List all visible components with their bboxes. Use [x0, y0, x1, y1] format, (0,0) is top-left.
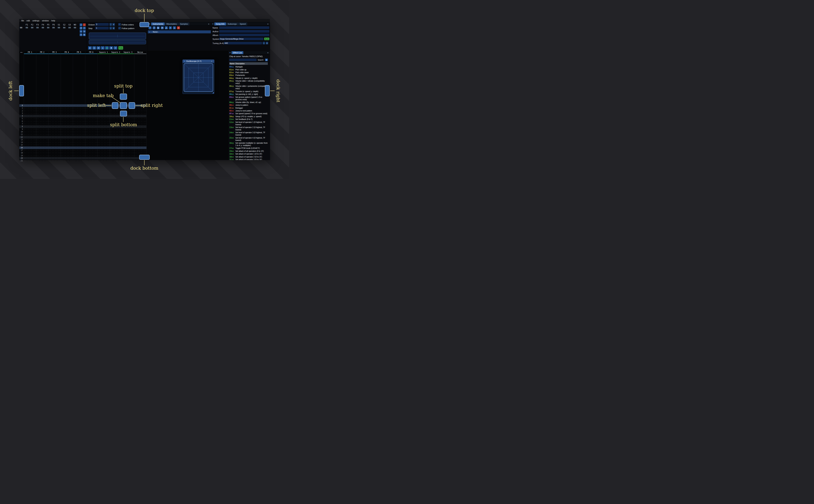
pattern-cell[interactable]: ··· ·· ·· ··· — [36, 104, 48, 107]
pattern-cell[interactable]: ··· ·· ·· ··· — [85, 123, 97, 125]
menu-item-settings[interactable]: settings — [31, 20, 41, 22]
make-tab-button[interactable] — [120, 102, 127, 109]
pattern-cell[interactable]: ··· ·· ·· ··· — [61, 154, 73, 157]
pattern-cell[interactable]: ··· ·· ·· ··· — [48, 152, 61, 154]
collapse-arrow-icon[interactable]: ▼ — [229, 52, 231, 54]
order-change-mode-button[interactable] — [80, 33, 82, 36]
tuning-input[interactable]: 440 — [224, 42, 262, 44]
tab-samples[interactable]: Samples — [178, 22, 189, 25]
effect-list-menu-button[interactable] — [265, 59, 268, 61]
pattern-cell[interactable]: ··· ·· ·· ··· — [61, 128, 73, 131]
pattern-cell[interactable]: ··· ·· ·· ··· — [36, 128, 48, 131]
pattern-cell[interactable]: ··· ·· ·· ··· — [122, 133, 134, 136]
pattern-cell[interactable]: ··· ·· ·· ··· — [85, 115, 97, 117]
octave-input[interactable]: 3 — [95, 23, 109, 26]
pattern-cell[interactable]: ··· ·· ·· ··· — [97, 123, 110, 125]
pattern-cell[interactable]: ··· ·· ·· ··· — [85, 160, 97, 162]
pattern-cell[interactable]: ··· ·· ·· ··· — [73, 160, 85, 162]
pattern-cell[interactable]: ··· ·· ·· ··· — [48, 131, 61, 133]
pattern-cell[interactable]: ··· ·· ·· ··· — [110, 154, 122, 157]
pattern-cell[interactable]: ··· ·· ·· ··· — [110, 117, 122, 120]
duplicate-order-button[interactable] — [80, 27, 82, 29]
pattern-cell[interactable]: ··· ·· ·· ··· — [61, 131, 73, 133]
channel-header-square-2[interactable]: Square 2 — [110, 51, 122, 54]
move-order-up-button[interactable] — [83, 27, 86, 29]
pattern-cell[interactable]: ··· ·· ·· ··· — [36, 125, 48, 128]
pattern-cell[interactable]: ··· ·· ·· ··· — [85, 128, 97, 131]
pattern-cell[interactable]: ··· ·· ·· ··· — [48, 141, 61, 144]
pattern-cell[interactable]: ··· ·· ·· ··· — [48, 139, 61, 141]
pattern-cell[interactable]: ··· ·· ·· ··· — [122, 152, 134, 154]
pattern-cell[interactable]: ··· ·· ·· ··· — [73, 149, 85, 152]
pattern-cell[interactable]: ··· ·· ·· ··· — [48, 146, 61, 149]
pattern-cell[interactable]: ··· ·· ·· ··· — [73, 152, 85, 154]
pattern-cell[interactable]: ··· ·· ·· ··· — [61, 157, 73, 160]
play-button[interactable] — [88, 46, 92, 50]
pattern-cell[interactable]: ··· ·· ·· ··· — [85, 112, 97, 115]
pattern-cell[interactable]: ··· ·· ·· ··· — [85, 141, 97, 144]
pattern-cell[interactable]: ··· ·· ·· ··· — [48, 110, 61, 112]
pattern-cell[interactable]: ··· ·· ·· ··· — [61, 141, 73, 144]
pattern-cell[interactable]: ··· ·· ·· ··· — [85, 117, 97, 120]
pattern-cell[interactable]: ··· ·· ·· ··· — [61, 104, 73, 107]
remove-order-button[interactable]: − — [83, 23, 86, 26]
split-top-button[interactable] — [120, 94, 127, 100]
pattern-cell[interactable]: ··· ·· ·· ··· — [48, 107, 61, 109]
pattern-cell[interactable]: ··· ·· ·· ··· — [110, 128, 122, 131]
pattern-cell[interactable]: ··· ·· ·· ··· — [36, 149, 48, 152]
collapse-arrow-icon[interactable]: ▼ — [184, 60, 185, 62]
pattern-cell[interactable]: ··· ·· ·· ··· — [61, 149, 73, 152]
pattern-cell[interactable]: ··· ·· ·· ··· — [85, 149, 97, 152]
pattern-cell[interactable]: ··· ·· ·· ··· — [134, 112, 146, 115]
pattern-cell[interactable]: ··· ·· ·· ··· — [24, 110, 36, 112]
pattern-cell[interactable]: ··· ·· ·· ··· — [97, 157, 110, 160]
pattern-cell[interactable]: ··· ·· ·· ··· — [61, 136, 73, 139]
pattern-cell[interactable]: ··· ·· ·· ··· — [122, 149, 134, 152]
menu-item-edit[interactable]: edit — [25, 20, 31, 22]
pattern-cell[interactable]: ··· ·· ·· ··· — [36, 136, 48, 139]
pattern-cell[interactable]: ··· ·· ·· ··· — [36, 120, 48, 123]
pattern-cell[interactable]: ··· ·· ·· ··· — [24, 149, 36, 152]
pattern-cell[interactable]: ··· ·· ·· ··· — [122, 146, 134, 149]
orders-cell[interactable]: 00 — [24, 27, 29, 29]
open-instrument-button[interactable] — [157, 26, 160, 29]
pattern-cell[interactable]: ··· ·· ·· ··· — [24, 146, 36, 149]
pattern-cell[interactable]: ··· ·· ·· ··· — [97, 154, 110, 157]
orders-cell[interactable]: 00 — [46, 27, 51, 29]
pattern-cell[interactable]: ··· ·· ·· ··· — [73, 131, 85, 133]
pattern-cell[interactable]: ··· ·· ·· ··· — [36, 160, 48, 162]
pattern-cell[interactable]: ··· ·· ·· ··· — [85, 133, 97, 136]
name-field[interactable] — [219, 26, 269, 29]
pattern-cell[interactable]: ··· ·· ·· ··· — [134, 144, 146, 146]
pattern-cell[interactable]: ··· ·· ·· ··· — [36, 139, 48, 141]
order-edit-mode-button[interactable] — [83, 33, 86, 36]
menu-item-file[interactable]: file — [20, 20, 25, 22]
close-icon[interactable]: × — [266, 23, 269, 25]
pattern-cell[interactable]: ··· ·· ·· ··· — [36, 117, 48, 120]
pattern-cell[interactable]: ··· ·· ·· ··· — [61, 152, 73, 154]
pattern-cell[interactable]: ··· ·· ·· ··· — [97, 149, 110, 152]
pattern-cell[interactable]: ··· ·· ·· ··· — [24, 125, 36, 128]
pattern-cell[interactable]: ··· ·· ·· ··· — [73, 157, 85, 160]
orders-cell[interactable]: 00 — [67, 27, 72, 29]
pattern-cell[interactable]: ··· ·· ·· ··· — [122, 123, 134, 125]
channel-header-fm-1[interactable]: FM 1 — [24, 51, 36, 54]
resize-grip[interactable] — [212, 92, 214, 93]
delete-instrument-button[interactable] — [177, 26, 180, 29]
pattern-cell[interactable]: ··· ·· ·· ··· — [134, 131, 146, 133]
tuning-plus-button[interactable]: + — [266, 42, 268, 44]
close-icon[interactable]: × — [210, 60, 213, 62]
tab-speed[interactable]: Speed — [238, 22, 247, 25]
repeat-pattern-button[interactable] — [114, 46, 117, 50]
pattern-cell[interactable]: ··· ·· ·· ··· — [24, 112, 36, 115]
album-field[interactable] — [219, 34, 269, 36]
move-order-down-button[interactable] — [80, 30, 82, 33]
pattern-cell[interactable]: ··· ·· ·· ··· — [48, 133, 61, 136]
step-one-row-button[interactable] — [101, 46, 104, 50]
pattern-cell[interactable]: ··· ·· ·· ··· — [122, 160, 134, 162]
pattern-cell[interactable]: ··· ·· ·· ··· — [61, 107, 73, 109]
dock-target-left-button[interactable] — [19, 85, 24, 96]
move-instrument-up-button[interactable] — [169, 26, 172, 29]
pattern-cell[interactable]: ··· ·· ·· ··· — [97, 133, 110, 136]
pattern-cell[interactable]: ··· ·· ·· ··· — [85, 154, 97, 157]
